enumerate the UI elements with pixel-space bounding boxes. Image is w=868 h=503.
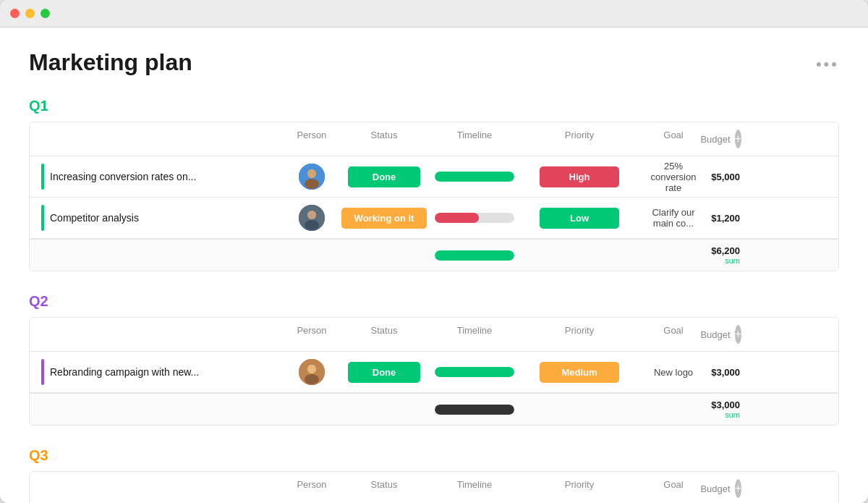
q1-label: Q1 bbox=[29, 98, 839, 114]
q1-summary-person bbox=[283, 245, 341, 265]
titlebar bbox=[0, 0, 868, 28]
col-budget: Budget + bbox=[710, 127, 746, 151]
q2-col-person: Person bbox=[283, 322, 341, 347]
q1-sum-label: sum bbox=[710, 256, 746, 265]
q2-row1-accent bbox=[41, 359, 44, 385]
q3-col-task bbox=[30, 476, 283, 501]
q2-column-headers: Person Status Timeline Priority Goal Bud… bbox=[30, 318, 838, 352]
svg-point-3 bbox=[307, 169, 316, 178]
q2-label: Q2 bbox=[29, 293, 839, 310]
q2-summary-budget: $3,000 bbox=[710, 400, 746, 410]
q2-summary-row: $3,000 sum bbox=[30, 393, 838, 425]
q1-row1-person bbox=[283, 164, 341, 190]
q2-status-badge-1: Done bbox=[348, 362, 420, 383]
q1-bar-fill-2 bbox=[435, 213, 479, 223]
q1-row1-priority: High bbox=[522, 166, 637, 187]
q1-row2-priority: Low bbox=[522, 208, 637, 229]
more-options-button[interactable]: ••• bbox=[816, 55, 839, 74]
q1-status-badge-1: Done bbox=[348, 166, 420, 187]
q3-table: Person Status Timeline Priority Goal Bud… bbox=[29, 471, 839, 503]
q2-col-task bbox=[30, 322, 283, 347]
q2-row1-status: Done bbox=[341, 362, 427, 383]
q1-row2-timeline bbox=[427, 213, 522, 223]
col-priority: Priority bbox=[522, 127, 637, 151]
q1-summary-timeline bbox=[427, 245, 522, 265]
col-goal: Goal bbox=[637, 127, 710, 151]
q2-section: Q2 Person Status Timeline Priority Goal … bbox=[29, 293, 839, 426]
q2-summary-timeline bbox=[427, 400, 522, 419]
q2-summary-bar bbox=[435, 405, 514, 415]
q2-row-1: Rebranding campaign with new... bbox=[30, 352, 838, 393]
q2-table: Person Status Timeline Priority Goal Bud… bbox=[29, 317, 839, 426]
q3-col-person: Person bbox=[283, 476, 341, 501]
q1-priority-badge-2: Low bbox=[540, 208, 619, 229]
svg-point-7 bbox=[307, 211, 316, 219]
q1-row1-goal: 25% conversion rate bbox=[637, 161, 710, 193]
q1-row1-status: Done bbox=[341, 166, 427, 187]
q1-summary-bar-fill bbox=[435, 250, 514, 261]
q2-priority-badge-1: Medium bbox=[540, 362, 619, 383]
q1-add-button[interactable]: + bbox=[735, 130, 741, 148]
q2-col-priority: Priority bbox=[522, 322, 637, 347]
q1-row2-status: Working on it bbox=[341, 208, 427, 229]
q3-label: Q3 bbox=[29, 447, 839, 464]
q2-row1-priority: Medium bbox=[522, 362, 637, 383]
q1-row2-budget: $1,200 bbox=[710, 213, 746, 224]
q1-summary-budget-wrap: $6,200 sum bbox=[710, 245, 746, 265]
q1-table: Person Status Timeline Priority Goal Bud… bbox=[29, 122, 839, 271]
q1-timeline-bar-1 bbox=[435, 172, 514, 182]
page-header: Marketing plan ••• bbox=[29, 49, 839, 76]
col-timeline: Timeline bbox=[427, 127, 522, 151]
q1-row1-budget: $5,000 bbox=[710, 172, 746, 182]
q2-row1-goal: New logo bbox=[637, 367, 710, 378]
q3-section: Q3 Person Status Timeline Priority Goal … bbox=[29, 447, 839, 503]
q1-summary-spacer bbox=[30, 245, 283, 265]
svg-point-10 bbox=[305, 374, 319, 384]
close-button[interactable] bbox=[10, 9, 20, 18]
q2-summary-spacer bbox=[30, 400, 283, 419]
svg-point-2 bbox=[305, 179, 319, 189]
minimize-button[interactable] bbox=[25, 9, 35, 18]
q2-summary-person bbox=[283, 400, 341, 419]
q1-avatar-2-img bbox=[299, 205, 325, 231]
q1-summary-goal bbox=[637, 245, 710, 265]
q2-summary-status bbox=[341, 400, 427, 419]
q1-row1-timeline bbox=[427, 172, 522, 182]
q2-summary-budget-wrap: $3,000 sum bbox=[710, 400, 746, 419]
q2-summary-goal bbox=[637, 400, 710, 419]
q1-status-badge-2: Working on it bbox=[341, 208, 427, 229]
col-task bbox=[30, 127, 283, 151]
q2-add-button[interactable]: + bbox=[735, 325, 741, 344]
q2-summary-priority bbox=[522, 400, 637, 419]
q3-add-button[interactable]: + bbox=[735, 479, 741, 498]
q1-summary-bar bbox=[435, 250, 514, 261]
q2-bar-fill-1 bbox=[435, 367, 514, 377]
q1-row2-goal: Clarify our main co... bbox=[637, 207, 710, 229]
q1-row2-accent bbox=[41, 205, 44, 231]
maximize-button[interactable] bbox=[41, 9, 50, 18]
app-window: Marketing plan ••• Q1 Person Status Time… bbox=[0, 0, 868, 503]
q1-summary-budget: $6,200 bbox=[710, 245, 746, 256]
q1-section: Q1 Person Status Timeline Priority Goal … bbox=[29, 98, 839, 271]
q1-bar-fill-1 bbox=[435, 172, 514, 182]
q1-row2-person bbox=[283, 205, 341, 231]
q3-col-budget: Budget + bbox=[710, 476, 746, 501]
col-person: Person bbox=[283, 127, 341, 151]
q2-avatar-1 bbox=[299, 359, 325, 385]
col-status: Status bbox=[341, 127, 427, 151]
q3-col-timeline: Timeline bbox=[427, 476, 522, 501]
q1-timeline-bar-2 bbox=[435, 213, 514, 223]
q2-sum-label: sum bbox=[710, 410, 746, 419]
main-content: Marketing plan ••• Q1 Person Status Time… bbox=[0, 28, 868, 503]
q2-task-1-name: Rebranding campaign with new... bbox=[30, 352, 283, 392]
q1-row-2: Competitor analysis bbox=[30, 198, 838, 239]
q2-summary-bar-fill bbox=[435, 405, 514, 415]
q1-summary-priority bbox=[522, 245, 637, 265]
q2-row1-person bbox=[283, 359, 341, 385]
svg-point-6 bbox=[305, 220, 319, 230]
q1-summary-row: $6,200 sum bbox=[30, 239, 838, 271]
q1-row1-accent bbox=[41, 164, 44, 190]
q1-summary-status bbox=[341, 245, 427, 265]
q2-col-status: Status bbox=[341, 322, 427, 347]
q3-column-headers: Person Status Timeline Priority Goal Bud… bbox=[30, 472, 838, 503]
